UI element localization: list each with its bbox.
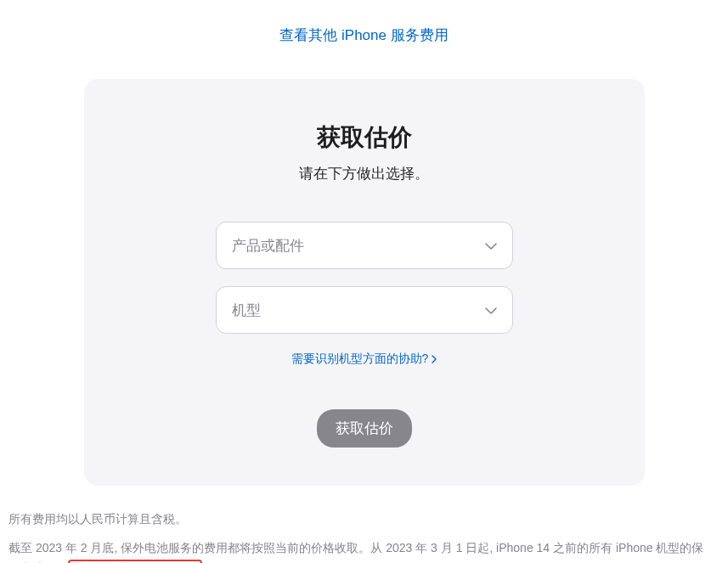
- estimate-card: 获取估价 请在下方做出选择。 产品或配件 机型 需要识别机型方面的协助? 获取估…: [84, 79, 645, 486]
- chevron-down-icon: [485, 237, 497, 254]
- help-identify-model: 需要识别机型方面的协助?: [135, 351, 594, 367]
- footer-line-2: 截至 2023 年 2 月底, 保外电池服务的费用都将按照当前的价格收取。从 2…: [8, 538, 705, 563]
- top-service-link-container: 查看其他 iPhone 服务费用: [0, 0, 728, 79]
- product-select-placeholder: 产品或配件: [232, 236, 304, 256]
- model-select-placeholder: 机型: [232, 301, 261, 320]
- footer-line-1: 所有费用均以人民币计算且含税。: [8, 510, 705, 530]
- chevron-right-icon: [432, 352, 437, 366]
- product-select[interactable]: 产品或配件: [216, 222, 513, 269]
- chevron-down-icon: [485, 301, 497, 318]
- card-subtitle: 请在下方做出选择。: [135, 164, 594, 183]
- help-identify-model-link[interactable]: 需要识别机型方面的协助?: [291, 352, 437, 367]
- model-select-wrap: 机型: [216, 286, 513, 334]
- other-service-fees-link[interactable]: 查看其他 iPhone 服务费用: [279, 27, 448, 43]
- card-title: 获取估价: [135, 121, 594, 154]
- price-increase-highlight: 费用将增加 RMB 169。: [68, 560, 202, 563]
- product-select-wrap: 产品或配件: [216, 222, 513, 269]
- model-select[interactable]: 机型: [216, 286, 513, 334]
- help-link-label: 需要识别机型方面的协助?: [291, 352, 429, 367]
- footer-disclaimer: 所有费用均以人民币计算且含税。 截至 2023 年 2 月底, 保外电池服务的费…: [8, 510, 705, 563]
- get-estimate-button[interactable]: 获取估价: [317, 409, 412, 448]
